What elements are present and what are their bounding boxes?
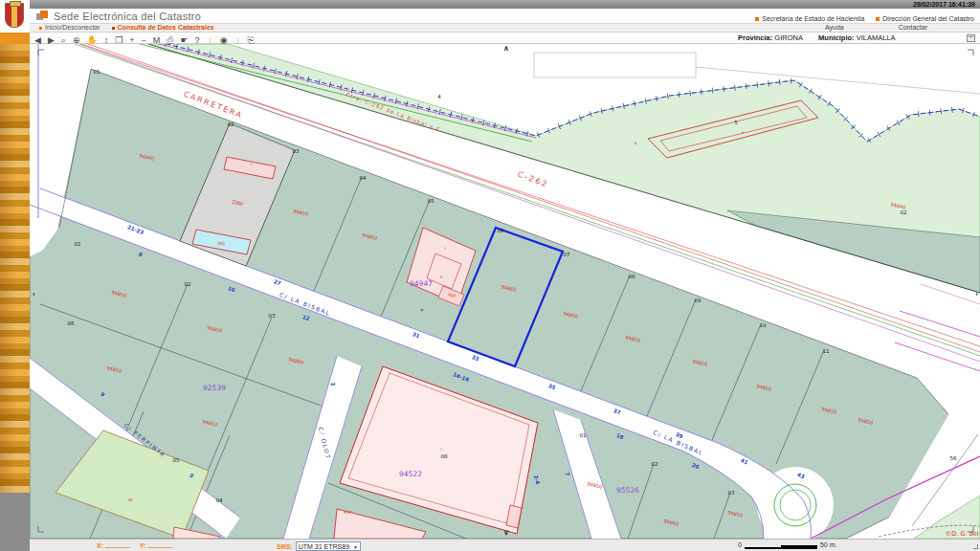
top-bar: 28/02/2017 16:41:39 (30, 0, 980, 9)
bullet-icon (39, 27, 42, 30)
map-label-tiny: SOP (344, 510, 352, 515)
menu-ayuda[interactable]: Ayuda (825, 24, 844, 32)
map-label-pn: 01 (94, 69, 100, 75)
scale-distance: 50 m. (820, 541, 837, 548)
left-photo-strip (0, 0, 30, 551)
map-label-copy: ©D. G. del Catastro (946, 530, 980, 538)
scale-bar: 050 m. (738, 541, 836, 549)
spain-coat-of-arms (0, 0, 30, 33)
map-label-pn: 02 (901, 209, 907, 215)
municipality-value: VILAMALLA (857, 33, 896, 42)
map-label-pn: 02 (652, 461, 658, 467)
map-label-pn: 07 (564, 252, 570, 257)
x-value-blank (105, 547, 130, 548)
srs-select[interactable]: UTM 31 ETRS89▼ (296, 541, 361, 551)
link-catastro[interactable]: Dirección General del Catastro (882, 15, 974, 22)
x-label: X: (97, 542, 103, 549)
map-label-tiny: I (440, 447, 441, 452)
map-label-pn: 03 (293, 148, 300, 154)
map-label-tiny: b (742, 130, 745, 135)
map-container: CARRETERACtra. C-262 de La Bisbal a FC-2… (30, 44, 980, 539)
application-window: 28/02/2017 16:41:39 Sede Electrónica del… (0, 0, 980, 551)
chevron-down-icon: ▼ (353, 543, 358, 551)
y-label: Y: (140, 542, 145, 549)
map-label-blk: 94947 (410, 279, 433, 288)
map-label-pn: 03 (728, 490, 735, 496)
map-canvas[interactable]: CARRETERACtra. C-262 de La Bisbal a FC-2… (30, 44, 980, 539)
map-label-pn: 10 (760, 322, 767, 328)
map-label-pn: 04 (360, 175, 367, 181)
map-label-pn: 08 (629, 274, 635, 279)
map-label-pn: 06 (68, 320, 75, 326)
pan-left-arrow[interactable]: ‹ (33, 291, 35, 298)
menu-contactar[interactable]: Contactar (899, 24, 927, 32)
map-label-pn: 01 (75, 241, 81, 247)
detach-window-icon[interactable] (967, 34, 975, 42)
map-label-blk: 92539 (203, 384, 226, 392)
link-hacienda[interactable]: Secretaría de Estado de Hacienda (762, 15, 864, 22)
location-indicator: Provincia: GIRONA Municipio: VILAMALLA (738, 33, 909, 44)
datetime: 28/02/2017 16:41:39 (913, 1, 975, 8)
map-label-tiny: 20 (127, 497, 133, 502)
map-label-pn: 05 (173, 457, 180, 463)
map-label-pn: 56 (950, 455, 957, 461)
pan-down-arrow[interactable]: ∨ (503, 529, 509, 537)
map-label-pn: 09 (695, 298, 702, 303)
city-photo-strip (0, 44, 30, 493)
brand-row: Sede Electrónica del Catastro Secretaría… (30, 9, 980, 23)
catastro-logo-icon (36, 11, 48, 21)
map-label-pn: 08 (441, 453, 448, 459)
map-label-pn: 01 (580, 432, 587, 438)
map-label-blk: 95526 (616, 486, 639, 495)
srs-label: SRS: (277, 543, 293, 550)
menu-inicio-desconectar[interactable]: Inicio/Desconectar (39, 24, 100, 32)
y-value-blank (147, 547, 172, 548)
map-label-pn: 04 (216, 497, 223, 503)
srs-control: SRS:UTM 31 ETRS89▼ (277, 541, 361, 551)
map-label-pn: 02 (185, 281, 191, 287)
pan-right-arrow[interactable]: › (975, 291, 978, 298)
orange-bar (0, 33, 30, 44)
map-label-tiny: II (440, 275, 442, 279)
map-label-pn: 03 (269, 313, 276, 319)
map-label-pn: 06 (498, 228, 504, 233)
app-title: Sede Electrónica del Catastro (54, 11, 201, 22)
map-label-blk: 94522 (399, 470, 422, 478)
map-label-pn: 5 (734, 120, 738, 125)
map-label-pn: 4 (437, 94, 441, 99)
map-label-pn: 11 (823, 348, 830, 354)
org-links: Secretaría de Estado de Hacienda Direcci… (746, 15, 974, 22)
scale-zero: 0 (738, 541, 742, 548)
map-label-pn: 05 (428, 198, 434, 204)
menu-right: Ayuda Contactar (825, 24, 980, 32)
menu-bar: Inicio/Desconectar Consulta de Datos Cat… (30, 23, 980, 33)
province-label: Provincia: (738, 33, 772, 42)
scale-bar-graphic (745, 542, 817, 549)
map-label-pn: 02 (228, 121, 234, 127)
menu-consulta-datos[interactable]: Consulta de Datos Catastrales (112, 24, 214, 32)
bullet-icon (876, 17, 880, 21)
province-value: GIRONA (774, 33, 803, 42)
municipality-label: Municipio: (818, 33, 855, 42)
photo-strip-footer (0, 493, 30, 551)
status-bar: X: Y: SRS:UTM 31 ETRS89▼ 050 m. (30, 539, 980, 551)
bullet-icon (755, 17, 759, 21)
coordinate-readout: X: Y: (97, 542, 180, 549)
toolbar-tools: ◀▶⌕⊕✋↕❒+−M⎙☛?|◉|⎘ (34, 33, 261, 44)
resize-corner (973, 544, 978, 549)
shield-icon (5, 3, 24, 28)
bullet-icon (112, 27, 115, 30)
pan-up-arrow[interactable]: ∧ (503, 45, 509, 53)
map-label-tiny: I (444, 246, 445, 251)
map-toolbar: ◀▶⌕⊕✋↕❒+−M⎙☛?|◉|⎘ Provincia: GIRONA Muni… (30, 33, 980, 44)
